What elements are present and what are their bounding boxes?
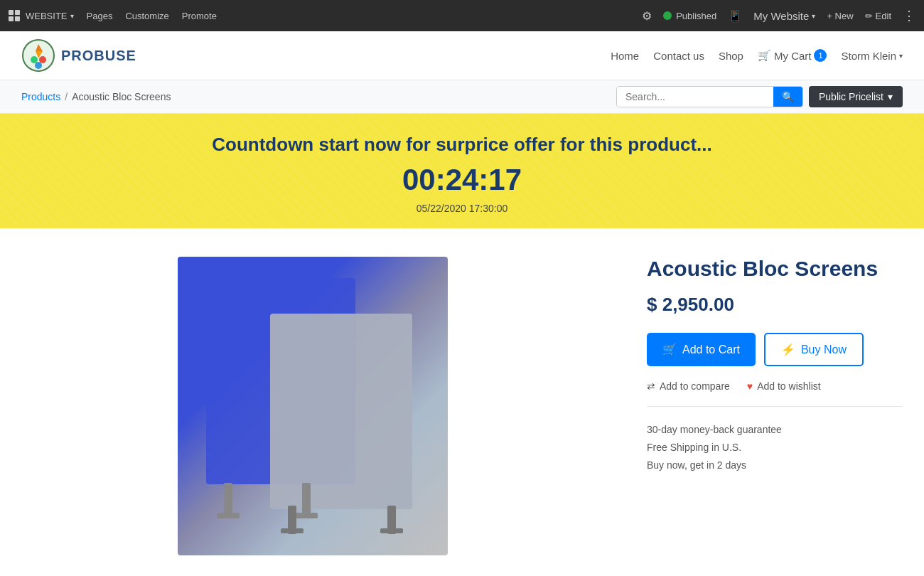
- product-image-svg: [178, 257, 448, 555]
- breadcrumb-current: Acoustic Bloc Screens: [72, 91, 171, 102]
- cart-icon: 🛒: [758, 49, 771, 62]
- edit-button[interactable]: ✏ Edit: [865, 11, 891, 21]
- pricelist-label: Public Pricelist: [819, 91, 883, 102]
- lightning-icon: ⚡: [781, 343, 795, 356]
- nav-home[interactable]: Home: [611, 50, 639, 62]
- svg-point-9: [35, 62, 42, 69]
- add-to-wishlist-label: Add to wishlist: [757, 380, 820, 392]
- product-info: Acoustic Bloc Screens $ 2,950.00 🛒 Add t…: [647, 257, 903, 475]
- svg-rect-2: [9, 16, 14, 21]
- add-to-compare-label: Add to compare: [660, 380, 730, 392]
- nav-shop[interactable]: Shop: [719, 50, 743, 62]
- countdown-title: Countdown start now for surprice offer f…: [14, 134, 910, 156]
- product-price: $ 2,950.00: [647, 294, 903, 316]
- product-title: Acoustic Bloc Screens: [647, 257, 903, 281]
- user-name: Storm Klein: [841, 50, 896, 62]
- buy-now-label: Buy Now: [801, 343, 847, 356]
- buy-now-button[interactable]: ⚡ Buy Now: [764, 333, 864, 366]
- new-button[interactable]: + New: [827, 11, 853, 21]
- search-pricelist: 🔍 Public Pricelist ▾: [616, 86, 903, 107]
- product-image-area: [21, 257, 604, 555]
- published-dot: [663, 11, 672, 20]
- heart-icon: ♥: [747, 380, 753, 392]
- nav-contact[interactable]: Contact us: [653, 50, 704, 62]
- svg-point-7: [31, 56, 38, 63]
- nav-cart[interactable]: 🛒 My Cart 1: [758, 49, 827, 62]
- breadcrumb-separator: /: [65, 91, 68, 102]
- add-to-cart-button[interactable]: 🛒 Add to Cart: [647, 333, 756, 366]
- website-caret: ▾: [70, 12, 74, 20]
- cart-icon-btn: 🛒: [662, 343, 677, 356]
- breadcrumb-bar: Products / Acoustic Bloc Screens 🔍 Publi…: [0, 80, 924, 114]
- published-text: Published: [676, 11, 716, 21]
- countdown-timer: 00:24:17: [14, 163, 910, 197]
- product-actions: 🛒 Add to Cart ⚡ Buy Now: [647, 333, 903, 366]
- promote-link[interactable]: Promote: [182, 11, 217, 21]
- pricelist-caret: ▾: [888, 91, 893, 102]
- svg-rect-3: [15, 16, 20, 21]
- breadcrumb: Products / Acoustic Bloc Screens: [21, 91, 171, 102]
- search-input[interactable]: [617, 87, 773, 107]
- search-button[interactable]: 🔍: [773, 87, 802, 107]
- admin-bar: WEBSITE ▾ Pages Customize Promote ⚙ Publ…: [0, 0, 924, 31]
- product-secondary-actions: ⇄ Add to compare ♥ Add to wishlist: [647, 380, 903, 407]
- edit-label: Edit: [876, 11, 891, 21]
- logo-text: PROBUSE: [61, 48, 136, 64]
- svg-point-8: [39, 56, 46, 63]
- search-box: 🔍: [616, 86, 803, 107]
- my-website-caret: ▾: [812, 12, 815, 20]
- cart-count: 1: [814, 49, 827, 62]
- more-options-icon[interactable]: ⋮: [903, 8, 915, 23]
- add-to-cart-label: Add to Cart: [682, 343, 740, 356]
- user-menu-caret: ▾: [899, 52, 903, 60]
- guarantee-2: Free Shipping in U.S.: [647, 439, 903, 457]
- pencil-icon: ✏: [865, 11, 873, 21]
- countdown-date: 05/22/2020 17:30:00: [14, 203, 910, 214]
- countdown-banner: Countdown start now for surprice offer f…: [0, 114, 924, 228]
- svg-rect-12: [270, 314, 412, 509]
- svg-rect-17: [295, 513, 318, 518]
- pricelist-button[interactable]: Public Pricelist ▾: [809, 86, 903, 107]
- mobile-icon[interactable]: 📱: [728, 9, 742, 23]
- admin-bar-right: ⚙ Published 📱 My Website ▾ + New ✏ Edit …: [642, 8, 915, 23]
- website-label: WEBSITE: [26, 11, 68, 21]
- cart-label: My Cart: [774, 50, 812, 62]
- logo[interactable]: PROBUSE: [21, 38, 136, 73]
- site-nav: Home Contact us Shop 🛒 My Cart 1 Storm K…: [611, 49, 903, 62]
- svg-rect-1: [15, 10, 20, 15]
- user-menu[interactable]: Storm Klein ▾: [841, 50, 903, 62]
- grid-icon: [9, 10, 20, 21]
- new-label: + New: [827, 11, 853, 21]
- website-menu[interactable]: WEBSITE ▾: [9, 10, 74, 21]
- admin-bar-left: WEBSITE ▾ Pages Customize Promote: [9, 10, 217, 21]
- product-guarantees: 30-day money-back guarantee Free Shippin…: [647, 421, 903, 475]
- site-header: PROBUSE Home Contact us Shop 🛒 My Cart 1…: [0, 31, 924, 80]
- published-badge: Published: [663, 11, 716, 21]
- breadcrumb-products[interactable]: Products: [21, 91, 60, 102]
- logo-icon: [21, 38, 55, 73]
- svg-rect-0: [9, 10, 14, 15]
- compare-icon: ⇄: [647, 380, 655, 392]
- svg-rect-21: [380, 528, 403, 533]
- my-website-label: My Website: [753, 10, 809, 22]
- svg-rect-15: [217, 513, 240, 518]
- svg-rect-19: [281, 528, 303, 533]
- pages-link[interactable]: Pages: [87, 11, 113, 21]
- guarantee-3: Buy now, get in 2 days: [647, 457, 903, 474]
- product-image: [178, 257, 448, 555]
- my-website-menu[interactable]: My Website ▾: [753, 10, 815, 22]
- guarantee-1: 30-day money-back guarantee: [647, 421, 903, 439]
- add-to-compare-button[interactable]: ⇄ Add to compare: [647, 380, 730, 392]
- settings-icon[interactable]: ⚙: [642, 9, 652, 23]
- add-to-wishlist-button[interactable]: ♥ Add to wishlist: [747, 380, 821, 392]
- customize-link[interactable]: Customize: [125, 11, 168, 21]
- product-section: Acoustic Bloc Screens $ 2,950.00 🛒 Add t…: [0, 228, 924, 576]
